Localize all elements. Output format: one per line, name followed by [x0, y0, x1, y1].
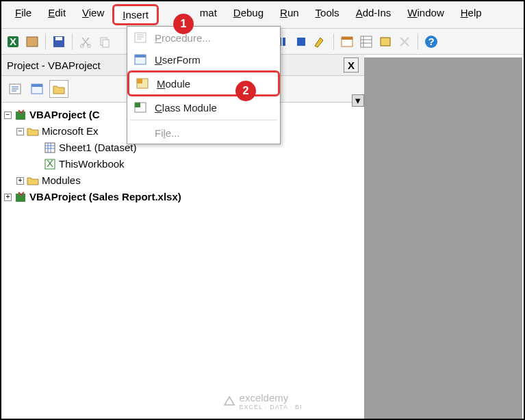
- tree-ms-excel-label: Microsoft Ex: [42, 123, 99, 140]
- svg-rect-15: [381, 38, 390, 46]
- menu-edit[interactable]: Edit: [40, 4, 74, 25]
- copy-icon[interactable]: [97, 34, 112, 49]
- menu-run[interactable]: Run: [272, 4, 307, 25]
- menu-addins[interactable]: Add-Ins: [348, 4, 400, 25]
- menu-window[interactable]: Window: [399, 4, 452, 25]
- cut-icon[interactable]: [78, 34, 93, 49]
- toolbar-separator: [72, 34, 73, 50]
- svg-rect-2: [27, 37, 38, 47]
- toolbar-separator: [45, 34, 46, 50]
- svg-text:X: X: [47, 158, 53, 169]
- menu-view[interactable]: View: [74, 4, 112, 25]
- folder-open-icon: [27, 126, 39, 137]
- watermark-brand: exceldemy: [240, 392, 289, 404]
- menu-tools[interactable]: Tools: [307, 4, 348, 25]
- expand-icon[interactable]: +: [16, 177, 24, 185]
- design-icon[interactable]: [313, 34, 328, 49]
- toolbar-separator: [418, 34, 418, 50]
- tree-modules-label: Modules: [42, 172, 81, 189]
- svg-rect-32: [135, 103, 140, 107]
- insert-dropdown: Procedure... UserForm Module Class Modul…: [127, 26, 281, 144]
- toolbar-separator: [333, 34, 334, 50]
- svg-rect-13: [342, 37, 353, 40]
- expand-icon[interactable]: +: [4, 194, 12, 201]
- class-module-icon: [133, 101, 148, 114]
- code-combo-area: ▾: [296, 70, 364, 104]
- tree-thisworkbook[interactable]: X ThisWorkbook: [4, 156, 361, 172]
- vba-project-icon: [14, 191, 27, 203]
- toolbox-icon[interactable]: [397, 34, 412, 49]
- excel-icon[interactable]: X: [5, 34, 21, 49]
- dropdown-file: File...: [127, 122, 280, 144]
- toggle-folders-icon[interactable]: [49, 80, 68, 98]
- worksheet-icon: [44, 142, 56, 154]
- menubar: FFileile Edit View Insert mat Debug Run …: [1, 1, 524, 29]
- svg-rect-28: [135, 55, 146, 57]
- tree-project-1-label: VBAProject (C: [29, 109, 100, 120]
- userform-icon: [133, 53, 148, 66]
- watermark: exceldemy EXCEL · DATA · BI: [223, 392, 303, 410]
- view-object-icon[interactable]: [27, 80, 47, 98]
- svg-rect-10: [283, 38, 285, 46]
- help-icon[interactable]: ?: [424, 34, 439, 49]
- dropdown-separator: [130, 120, 277, 120]
- properties-icon[interactable]: [359, 34, 374, 49]
- blank-icon: [133, 126, 148, 140]
- tree-project-2[interactable]: + VBAProject (Sales Report.xlsx): [4, 189, 361, 205]
- collapse-icon[interactable]: −: [16, 128, 24, 135]
- tree-project-2-label: VBAProject (Sales Report.xlsx): [29, 189, 181, 205]
- save-icon[interactable]: [51, 34, 66, 49]
- svg-rect-14: [361, 36, 372, 47]
- tree-sheet1-label: Sheet1 (Dataset): [59, 140, 136, 156]
- menu-debug[interactable]: Debug: [225, 4, 272, 25]
- callout-2: 2: [235, 81, 256, 101]
- watermark-logo-icon: [223, 395, 235, 408]
- svg-text:X: X: [10, 36, 16, 47]
- module-icon: [135, 77, 150, 90]
- svg-rect-30: [137, 79, 142, 83]
- workbook-icon: X: [44, 158, 56, 170]
- dropdown-module[interactable]: Module: [127, 70, 280, 96]
- dropdown-procedure: Procedure...: [127, 27, 280, 49]
- dropdown-userform[interactable]: UserForm: [127, 49, 280, 70]
- dropdown-class-module[interactable]: Class Module: [127, 96, 280, 118]
- tree-thisworkbook-label: ThisWorkbook: [59, 156, 125, 172]
- view-code-icon[interactable]: [5, 80, 25, 98]
- vba-project-icon: [14, 109, 27, 121]
- svg-rect-20: [31, 84, 42, 87]
- svg-rect-4: [55, 37, 62, 40]
- object-browser-icon[interactable]: [378, 34, 393, 49]
- menu-insert[interactable]: Insert: [112, 4, 159, 25]
- svg-rect-8: [103, 40, 109, 47]
- svg-rect-11: [297, 38, 305, 46]
- menu-file[interactable]: FFileile: [7, 4, 40, 25]
- folder-icon: [27, 175, 39, 186]
- callout-1: 1: [173, 14, 194, 34]
- menu-format-label: mat: [200, 7, 217, 18]
- svg-rect-26: [135, 33, 146, 42]
- menu-help[interactable]: Help: [452, 4, 490, 25]
- code-pane: [364, 57, 522, 419]
- svg-rect-22: [45, 143, 55, 153]
- procedure-icon: [133, 31, 148, 44]
- watermark-tag: EXCEL · DATA · BI: [240, 404, 303, 410]
- collapse-icon[interactable]: −: [4, 111, 12, 119]
- svg-text:?: ?: [428, 36, 434, 47]
- view-icon[interactable]: [25, 34, 40, 49]
- project-panel-title: Project - VBAProject: [7, 60, 101, 71]
- stop-icon[interactable]: [294, 34, 309, 49]
- project-explorer-icon[interactable]: [340, 34, 355, 49]
- tree-modules-folder[interactable]: + Modules: [4, 172, 361, 189]
- chevron-down-icon[interactable]: ▾: [352, 94, 364, 107]
- svg-marker-33: [225, 397, 234, 405]
